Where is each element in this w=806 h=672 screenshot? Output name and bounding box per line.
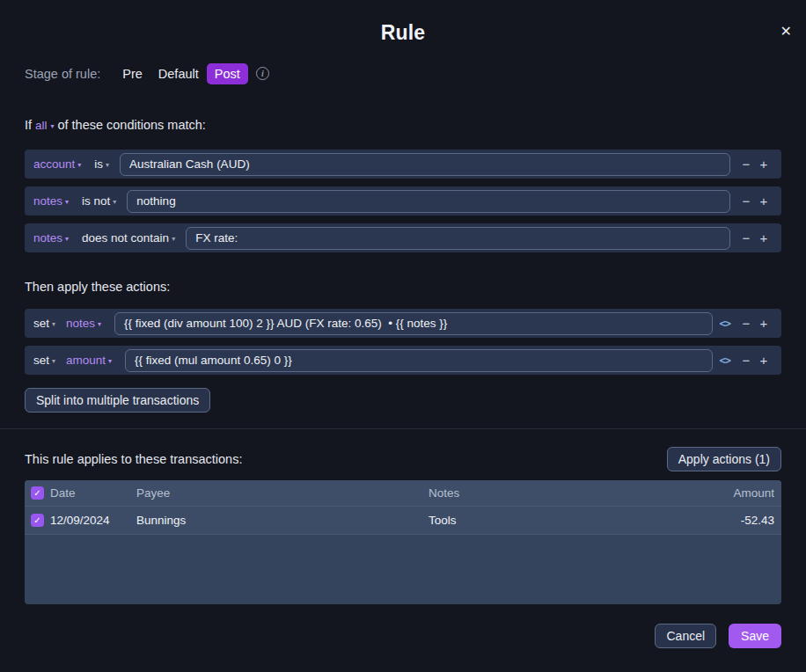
action-field-select[interactable]: amount▾ (66, 354, 112, 367)
chevron-down-icon: ▾ (52, 357, 55, 365)
add-action-button[interactable]: + (755, 354, 773, 367)
remove-condition-button[interactable]: − (737, 231, 755, 245)
condition-value-input[interactable] (127, 190, 730, 213)
condition-op-select[interactable]: does not contain▾ (82, 231, 175, 245)
action-rows: set▾ notes▾ <> − + set▾ amount▾ <> − + (25, 309, 781, 375)
split-transactions-button[interactable]: Split into multiple transactions (25, 388, 210, 413)
select-all-checkbox[interactable]: ✓ (31, 486, 44, 500)
condition-field-select[interactable]: account▾ (33, 157, 81, 171)
action-field-select[interactable]: notes▾ (66, 317, 101, 330)
cell-notes: Tools (429, 514, 685, 527)
column-header-payee[interactable]: Payee (136, 486, 429, 500)
action-row: set▾ notes▾ <> − + (25, 309, 781, 338)
action-value-input[interactable] (125, 349, 712, 372)
remove-action-button[interactable]: − (737, 317, 755, 330)
chevron-down-icon: ▾ (77, 161, 81, 169)
transactions-header: This rule applies to these transactions:… (25, 446, 781, 471)
close-icon[interactable]: ✕ (780, 25, 792, 39)
remove-condition-button[interactable]: − (737, 157, 755, 171)
condition-op-select[interactable]: is▾ (94, 157, 109, 171)
dialog-header: Rule ✕ (0, 0, 806, 46)
add-condition-button[interactable]: + (755, 194, 773, 208)
split-button-wrap: Split into multiple transactions (25, 388, 781, 412)
stage-row: Stage of rule: Pre Default Post i (25, 62, 781, 85)
conditions-heading: If all ▾ of these conditions match: (25, 118, 781, 133)
table-row[interactable]: ✓ 12/09/2024 Bunnings Tools -52.43 (25, 507, 781, 535)
chevron-down-icon: ▾ (106, 161, 109, 169)
condition-op-select[interactable]: is not▾ (82, 194, 116, 208)
column-header-amount[interactable]: Amount (685, 486, 781, 500)
row-checkbox[interactable]: ✓ (31, 514, 44, 527)
chevron-down-icon: ▾ (50, 122, 54, 130)
stage-options: Pre Default Post (114, 63, 248, 84)
add-condition-button[interactable]: + (755, 231, 773, 245)
chevron-down-icon: ▾ (65, 235, 69, 243)
condition-row: notes▾ does not contain▾ − + (25, 223, 781, 252)
condition-value-input[interactable] (186, 227, 730, 250)
action-value-input[interactable] (114, 312, 712, 335)
action-op-select[interactable]: set▾ (33, 354, 55, 367)
template-code-icon[interactable]: <> (720, 318, 730, 330)
save-button[interactable]: Save (729, 624, 781, 648)
cell-date: 12/09/2024 (50, 514, 136, 527)
add-condition-button[interactable]: + (755, 157, 773, 171)
condition-field-select[interactable]: notes▾ (33, 231, 69, 245)
stage-option-default[interactable]: Default (150, 63, 207, 84)
divider (0, 428, 806, 429)
cell-amount: -52.43 (685, 514, 781, 527)
apply-actions-button[interactable]: Apply actions (1) (667, 447, 781, 471)
condition-row: account▾ is▾ − + (25, 150, 781, 179)
stage-option-pre[interactable]: Pre (114, 63, 150, 84)
condition-field-select[interactable]: notes▾ (33, 194, 69, 208)
chevron-down-icon: ▾ (65, 198, 69, 206)
actions-heading: Then apply these actions: (25, 280, 781, 295)
transactions-heading: This rule applies to these transactions: (25, 452, 242, 466)
column-header-date[interactable]: Date (50, 486, 136, 500)
condition-value-input[interactable] (120, 153, 730, 176)
chevron-down-icon: ▾ (172, 235, 175, 243)
action-op-select[interactable]: set▾ (33, 317, 55, 330)
action-row: set▾ amount▾ <> − + (25, 346, 781, 375)
template-code-icon[interactable]: <> (720, 354, 730, 367)
stage-option-post[interactable]: Post (207, 63, 248, 84)
chevron-down-icon: ▾ (108, 357, 112, 365)
info-icon[interactable]: i (256, 67, 269, 80)
table-header-row: ✓ Date Payee Notes Amount (25, 480, 781, 507)
condition-row: notes▾ is not▾ − + (25, 186, 781, 215)
stage-label: Stage of rule: (25, 67, 100, 81)
column-header-notes[interactable]: Notes (429, 486, 685, 500)
chevron-down-icon: ▾ (98, 320, 101, 328)
page-title: Rule (0, 21, 806, 45)
transactions-table: ✓ Date Payee Notes Amount ✓ 12/09/2024 B… (25, 480, 781, 604)
cancel-button[interactable]: Cancel (655, 624, 716, 648)
cell-payee: Bunnings (136, 514, 429, 527)
chevron-down-icon: ▾ (113, 198, 116, 206)
condition-rows: account▾ is▾ − + notes▾ is not▾ − + note… (25, 150, 781, 252)
match-op-select[interactable]: all ▾ (35, 119, 54, 132)
footer: Cancel Save (25, 624, 781, 648)
conditions-suffix: of these conditions match: (57, 118, 205, 132)
conditions-prefix: If (25, 118, 32, 132)
add-action-button[interactable]: + (755, 317, 773, 330)
remove-action-button[interactable]: − (737, 354, 755, 367)
remove-condition-button[interactable]: − (737, 194, 755, 208)
chevron-down-icon: ▾ (52, 320, 55, 328)
